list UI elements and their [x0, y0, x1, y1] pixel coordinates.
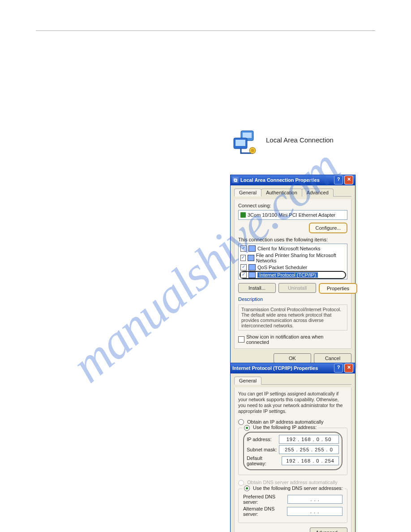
item-label: QoS Packet Scheduler: [257, 265, 307, 270]
tcpip-tabs: General: [234, 376, 351, 385]
subnet-mask-field[interactable]: 255 . 255 . 255 . 0: [279, 445, 339, 454]
default-gateway-label: Default gateway:: [247, 455, 282, 466]
properties-button[interactable]: Properties: [319, 283, 357, 294]
description-text: Transmission Control Protocol/Internet P…: [238, 305, 347, 330]
show-icon-checkbox[interactable]: ✓: [238, 336, 244, 343]
svg-rect-1: [243, 133, 252, 138]
svg-rect-3: [235, 140, 245, 146]
service-icon: [248, 255, 254, 261]
lan-tabs: General Authentication Advanced: [234, 188, 351, 197]
alternate-dns-field[interactable]: . . .: [287, 507, 342, 516]
page-top-rule: [36, 30, 375, 31]
client-icon: [248, 245, 256, 252]
close-button[interactable]: ✕: [344, 176, 353, 184]
ip-address-field[interactable]: 192 . 168 . 0 . 50: [279, 435, 339, 444]
dns-auto-label: Obtain DNS server address automatically: [247, 480, 338, 485]
adapter-name: 3Com 10/100 Mini PCI Ethernet Adapter: [248, 212, 335, 218]
install-button[interactable]: Install...: [238, 283, 276, 293]
qos-icon: [248, 264, 256, 270]
connection-items-list[interactable]: ✓ Client for Microsoft Networks ✓ File a…: [238, 244, 347, 279]
dns-manual-legend[interactable]: Use the following DNS server addresses:: [242, 485, 345, 492]
ip-address-label: IP address:: [247, 437, 271, 442]
ip-highlight-circle: IP address: 192 . 168 . 0 . 50 Subnet ma…: [243, 432, 342, 470]
show-icon-row[interactable]: ✓ Show icon in notification area when co…: [238, 334, 347, 345]
subnet-mask-label: Subnet mask:: [247, 447, 277, 452]
window-icon: ⧉: [232, 177, 239, 183]
item-label: File and Printer Sharing for Microsoft N…: [256, 253, 345, 263]
checkbox-icon[interactable]: ✓: [240, 272, 247, 278]
radio-icon[interactable]: [244, 425, 250, 431]
lan-properties-title: Local Area Connection Properties: [240, 177, 320, 183]
help-button[interactable]: ?: [334, 364, 343, 373]
svg-rect-5: [251, 149, 254, 152]
tcpip-properties-dialog: Internet Protocol (TCP/IP) Properties ? …: [230, 363, 355, 532]
help-button[interactable]: ?: [334, 176, 343, 184]
ip-manual-legend[interactable]: Use the following IP address:: [242, 425, 318, 431]
connect-using-label: Connect using:: [238, 203, 347, 208]
lan-properties-titlebar[interactable]: ⧉ Local Area Connection Properties ? ✕: [231, 175, 355, 185]
advanced-button[interactable]: Advanced...: [310, 528, 347, 532]
adapter-field[interactable]: 3Com 10/100 Mini PCI Ethernet Adapter: [238, 210, 347, 220]
lan-properties-dialog: ⧉ Local Area Connection Properties ? ✕ G…: [230, 175, 355, 367]
ok-button[interactable]: OK: [274, 353, 311, 363]
tcpip-title: Internet Protocol (TCP/IP) Properties: [232, 365, 318, 371]
intro-text: You can get IP settings assigned automat…: [238, 391, 347, 415]
checkbox-icon[interactable]: ✓: [240, 245, 247, 252]
preferred-dns-field[interactable]: . . .: [287, 495, 342, 504]
preferred-dns-label: Preferred DNS server:: [243, 494, 287, 505]
dns-auto-option: Obtain DNS server address automatically: [238, 480, 347, 486]
configure-button[interactable]: Configure...: [309, 223, 347, 233]
checkbox-icon[interactable]: ✓: [240, 255, 246, 261]
tab-general[interactable]: General: [234, 189, 261, 197]
list-item[interactable]: ✓ Client for Microsoft Networks: [240, 245, 346, 252]
radio-icon[interactable]: [244, 485, 250, 491]
item-label: Client for Microsoft Networks: [257, 246, 321, 251]
item-label: Internet Protocol (TCP/IP): [257, 272, 318, 278]
alternate-dns-label: Alternate DNS server:: [243, 506, 287, 517]
show-icon-label: Show icon in notification area when conn…: [246, 334, 347, 345]
tab-general[interactable]: General: [234, 377, 261, 385]
list-item[interactable]: ✓ File and Printer Sharing for Microsoft…: [240, 252, 346, 264]
close-button[interactable]: ✕: [344, 364, 353, 373]
lan-connection-icon-block: Local Area Connection: [232, 130, 353, 161]
tab-advanced[interactable]: Advanced: [302, 189, 334, 197]
lan-connection-label: Local Area Connection: [266, 136, 334, 144]
list-item[interactable]: ✓ QoS Packet Scheduler: [240, 264, 346, 271]
network-computers-icon: [232, 130, 259, 157]
nic-icon: [240, 212, 246, 218]
checkbox-icon[interactable]: ✓: [240, 264, 247, 270]
cancel-button[interactable]: Cancel: [314, 353, 351, 363]
uninstall-button: Uninstall: [278, 283, 316, 293]
ip-auto-label: Obtain an IP address automatically: [247, 419, 323, 425]
tab-authentication[interactable]: Authentication: [261, 189, 302, 197]
items-label: This connection uses the following items…: [238, 237, 347, 242]
tcpip-icon: [248, 272, 256, 278]
list-item-selected[interactable]: ✓ Internet Protocol (TCP/IP): [240, 271, 346, 279]
ip-auto-option[interactable]: Obtain an IP address automatically: [238, 419, 347, 425]
default-gateway-field[interactable]: 192 . 168 . 0 . 254: [282, 456, 339, 465]
description-label: Description: [238, 296, 347, 302]
tcpip-titlebar[interactable]: Internet Protocol (TCP/IP) Properties ? …: [231, 363, 355, 373]
